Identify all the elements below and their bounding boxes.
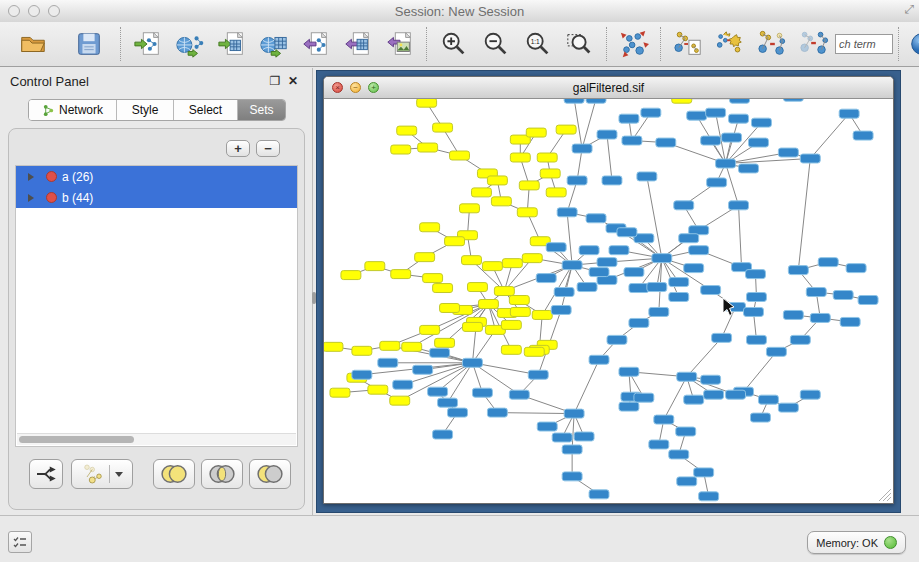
- graph-node[interactable]: [478, 300, 498, 309]
- graph-node[interactable]: [677, 477, 697, 486]
- graph-node[interactable]: [368, 385, 388, 394]
- graph-node[interactable]: [629, 318, 649, 327]
- graph-node[interactable]: [487, 176, 507, 185]
- graph-node[interactable]: [577, 283, 597, 292]
- graph-node[interactable]: [557, 208, 577, 217]
- graph-node[interactable]: [589, 490, 609, 499]
- graph-node[interactable]: [402, 342, 422, 351]
- graph-node[interactable]: [532, 310, 552, 319]
- graph-node[interactable]: [509, 390, 529, 399]
- graph-node[interactable]: [790, 335, 810, 344]
- graph-node[interactable]: [537, 153, 557, 162]
- graph-node[interactable]: [423, 274, 443, 283]
- open-session-button[interactable]: [12, 25, 54, 63]
- graph-node[interactable]: [418, 143, 438, 152]
- graph-node[interactable]: [597, 130, 617, 139]
- graph-node[interactable]: [546, 243, 566, 252]
- graph-node[interactable]: [676, 427, 696, 436]
- import-table-url-button[interactable]: [253, 25, 295, 63]
- select-first-neighbors-button[interactable]: [751, 25, 793, 63]
- graph-node[interactable]: [567, 176, 587, 185]
- graph-node[interactable]: [391, 270, 411, 279]
- graph-node[interactable]: [352, 370, 372, 379]
- graph-node[interactable]: [536, 274, 556, 283]
- maximize-network-button[interactable]: +: [368, 82, 379, 93]
- graph-node[interactable]: [701, 286, 721, 295]
- minimize-network-button[interactable]: −: [350, 82, 361, 93]
- zoom-window-button[interactable]: [48, 5, 60, 17]
- graph-node[interactable]: [818, 258, 838, 267]
- graph-node[interactable]: [460, 204, 480, 213]
- graph-node[interactable]: [716, 159, 736, 168]
- graph-node[interactable]: [833, 291, 853, 300]
- graph-node[interactable]: [428, 387, 448, 396]
- graph-node[interactable]: [420, 325, 440, 334]
- graph-node[interactable]: [586, 99, 606, 103]
- zoom-in-button[interactable]: [433, 25, 475, 63]
- graph-node[interactable]: [739, 164, 759, 173]
- graph-node[interactable]: [494, 287, 514, 296]
- graph-node[interactable]: [751, 118, 771, 127]
- create-set-from-network-split-button[interactable]: [71, 459, 133, 489]
- export-table-button[interactable]: [337, 25, 379, 63]
- horizontal-scrollbar[interactable]: [17, 433, 296, 445]
- graph-node[interactable]: [519, 181, 539, 190]
- set-row-a[interactable]: a (26): [16, 166, 297, 187]
- graph-node[interactable]: [510, 307, 530, 316]
- graph-node[interactable]: [800, 154, 820, 163]
- memory-status-button[interactable]: Memory: OK: [807, 531, 906, 554]
- graph-node[interactable]: [438, 398, 458, 407]
- graph-node[interactable]: [540, 169, 560, 178]
- graph-node[interactable]: [526, 128, 546, 137]
- graph-node[interactable]: [647, 283, 667, 292]
- graph-node[interactable]: [701, 375, 721, 384]
- graph-node[interactable]: [586, 214, 606, 223]
- graph-node[interactable]: [706, 108, 726, 117]
- graph-node[interactable]: [846, 264, 866, 273]
- graph-node[interactable]: [502, 259, 522, 268]
- graph-node[interactable]: [853, 131, 873, 140]
- graph-node[interactable]: [704, 390, 724, 399]
- graph-node[interactable]: [562, 472, 582, 481]
- graph-node[interactable]: [397, 126, 417, 135]
- graph-node[interactable]: [858, 296, 878, 305]
- union-button[interactable]: [153, 459, 195, 489]
- graph-node[interactable]: [652, 254, 672, 263]
- graph-node[interactable]: [778, 148, 798, 157]
- graph-node[interactable]: [462, 256, 482, 265]
- graph-node[interactable]: [415, 253, 435, 262]
- graph-node[interactable]: [380, 341, 400, 350]
- graph-node[interactable]: [450, 151, 470, 160]
- hide-selection-button[interactable]: [709, 25, 751, 63]
- resize-grip[interactable]: [878, 488, 892, 502]
- graph-node[interactable]: [751, 413, 771, 422]
- graph-node[interactable]: [491, 197, 511, 206]
- graph-node[interactable]: [330, 388, 350, 397]
- graph-node[interactable]: [341, 271, 361, 280]
- graph-node[interactable]: [487, 408, 507, 417]
- task-history-button[interactable]: [8, 531, 32, 553]
- graph-node[interactable]: [619, 402, 639, 411]
- graph-node[interactable]: [649, 307, 669, 316]
- sets-list[interactable]: a (26) b (44): [15, 165, 298, 447]
- graph-node[interactable]: [758, 395, 778, 404]
- minimize-window-button[interactable]: [28, 5, 40, 17]
- graph-node[interactable]: [669, 293, 689, 302]
- graph-node[interactable]: [641, 108, 661, 117]
- graph-node[interactable]: [390, 396, 410, 405]
- graph-node[interactable]: [448, 408, 468, 417]
- graph-node[interactable]: [564, 409, 584, 418]
- graph-node[interactable]: [433, 123, 453, 132]
- graph-node[interactable]: [669, 278, 689, 287]
- graph-node[interactable]: [637, 172, 657, 181]
- graph-node[interactable]: [747, 293, 767, 302]
- graph-node[interactable]: [729, 114, 749, 123]
- zoom-fit-button[interactable]: 1:1: [517, 25, 559, 63]
- set-row-b[interactable]: b (44): [16, 187, 297, 208]
- graph-node[interactable]: [352, 346, 372, 355]
- graph-node[interactable]: [522, 254, 542, 263]
- zoom-selected-button[interactable]: [559, 25, 601, 63]
- graph-node[interactable]: [378, 358, 398, 367]
- export-image-button[interactable]: [379, 25, 421, 63]
- graph-node[interactable]: [619, 114, 639, 123]
